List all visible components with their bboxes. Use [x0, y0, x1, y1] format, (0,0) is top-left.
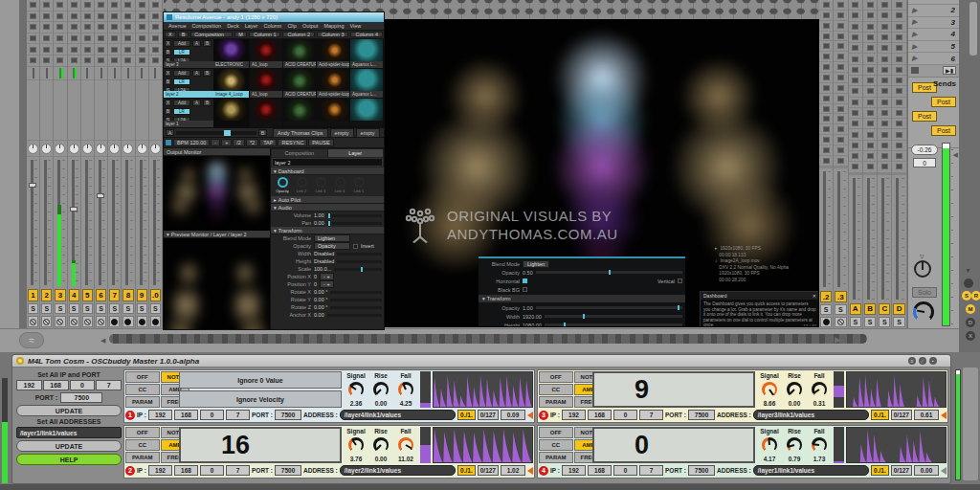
transform-subsection[interactable]: ▾ Transform [479, 295, 685, 302]
clip-stop-button[interactable] [40, 0, 53, 11]
clip-stop-button[interactable] [834, 83, 847, 94]
column-header[interactable]: Column 3 [317, 32, 349, 37]
mixer-section-toggle-m[interactable]: M [966, 304, 975, 314]
black-bg-checkbox[interactable] [523, 287, 527, 292]
clip-stop-button[interactable] [54, 33, 66, 45]
clip-stop-button[interactable] [27, 0, 39, 11]
clip-stop-button[interactable] [95, 0, 107, 11]
clip-cell[interactable]: ACID CREATURE... [283, 39, 317, 68]
layer-name[interactable]: layer 1 [164, 121, 213, 127]
clip-stop-button[interactable] [849, 22, 862, 33]
clip-stop-button[interactable] [863, 141, 877, 151]
clip-stop-button[interactable] [122, 22, 134, 33]
track-solo-button[interactable]: S [893, 317, 904, 327]
column-header[interactable]: Column 4 [350, 32, 383, 37]
signal-knob[interactable] [348, 437, 364, 453]
clip-stop-button[interactable] [892, 76, 905, 86]
channel-ip-octet[interactable]: 7 [639, 465, 663, 476]
track-solo-button[interactable]: S [150, 303, 161, 314]
rise-knob[interactable] [787, 382, 802, 397]
layer-x-button[interactable]: X [165, 40, 171, 47]
track-solo-button[interactable]: S [96, 303, 106, 314]
clip-stop-button[interactable] [863, 86, 877, 97]
clip-stop-button[interactable] [878, 33, 891, 43]
param-value[interactable]: 0 [314, 274, 317, 279]
layer-b-button[interactable]: B [203, 70, 212, 77]
track-activator-button[interactable]: 3 [55, 289, 65, 301]
clip-stop-button[interactable] [27, 33, 39, 45]
bpm-button-2[interactable]: *2 [246, 139, 258, 146]
clip-stop-button[interactable] [878, 141, 891, 151]
clip-stop-button[interactable] [834, 52, 847, 62]
vertical-checkbox[interactable] [678, 278, 682, 283]
menu-item-layer[interactable]: Layer [245, 23, 258, 29]
layer-name[interactable]: layer 3 [164, 61, 213, 68]
clip-stop-button[interactable] [108, 0, 121, 11]
track-pan-knob[interactable] [81, 141, 94, 156]
track-fader[interactable] [40, 156, 53, 288]
dashboard-knob[interactable]: Link 5 [351, 177, 367, 193]
track-fader[interactable] [878, 174, 891, 302]
track-arm-button[interactable] [55, 316, 65, 327]
clip-stop-button[interactable] [122, 0, 134, 11]
ip-octet-field[interactable]: 0 [70, 380, 96, 390]
clip-stop-button[interactable] [136, 33, 148, 45]
clip-stop-button[interactable] [136, 56, 148, 67]
layer-b-button[interactable]: B [203, 100, 212, 106]
global-port-field[interactable]: 7500 [60, 392, 102, 403]
clip-stop-button[interactable] [878, 76, 891, 86]
clip-cell[interactable] [350, 99, 384, 127]
bpm-button-[interactable]: + [221, 139, 232, 146]
help-button[interactable]: HELP [16, 454, 122, 465]
crossfader-a-button[interactable]: A [166, 129, 174, 136]
output-value-field[interactable]: 0.61 [914, 410, 939, 420]
clip-stop-button[interactable] [81, 33, 94, 45]
level-slider[interactable] [420, 427, 431, 463]
clip-stop-button[interactable] [122, 56, 134, 67]
layer-blend-menu[interactable]: Add [173, 70, 190, 77]
clip-stop-button[interactable] [81, 11, 94, 23]
device-unfold-icon[interactable]: ≡ [908, 357, 916, 365]
channel-ip-octet[interactable]: 192 [562, 465, 586, 476]
mode-button-cc[interactable]: CC [539, 384, 573, 395]
device-titlebar[interactable]: M4L Tom Cosm - OSCbuddy Master 1.0.0-alp… [12, 355, 950, 368]
clip-stop-button[interactable] [54, 56, 66, 67]
close-icon[interactable]: ✕ [813, 293, 816, 299]
track-arm-button[interactable] [41, 316, 52, 327]
blend-mode-menu[interactable]: Lighten [314, 234, 350, 242]
menu-item-view[interactable]: View [350, 23, 362, 29]
clip-cell[interactable]: Aquanox L... [350, 69, 384, 98]
channel-port-field[interactable]: 7500 [688, 465, 715, 476]
clip-stop-button[interactable] [819, 62, 833, 73]
track-solo-button[interactable]: S [69, 303, 79, 314]
clip-stop-button[interactable] [136, 0, 148, 11]
track-pan-knob[interactable] [54, 141, 66, 156]
preview-monitor-header[interactable]: ▾ Preview Monitor / Layer / layer 2 [164, 231, 270, 238]
clip-stop-button[interactable] [819, 52, 833, 62]
clip-cell[interactable]: Aquanox L... [350, 39, 384, 68]
clip-stop-button[interactable] [849, 43, 862, 54]
clip-stop-button[interactable] [834, 156, 847, 167]
master-volume-value[interactable]: -0.26 [911, 145, 938, 155]
mode-button-param[interactable]: PARAM [125, 452, 160, 463]
clip-stop-button[interactable] [863, 98, 877, 108]
clip-stop-button[interactable] [863, 162, 877, 172]
clip-stop-button[interactable] [27, 56, 39, 67]
ip-octet-field[interactable]: 192 [16, 380, 42, 390]
mode-button-off[interactable]: OFF [125, 371, 160, 383]
param-value[interactable]: 100.0... [314, 266, 331, 272]
layer-mix-menu[interactable]: LR [173, 108, 190, 115]
fall-knob[interactable] [812, 437, 827, 453]
param-value[interactable]: Disabled [314, 251, 334, 256]
vertical-scrollbar[interactable] [969, 2, 977, 56]
layer-mix-menu[interactable]: LR [173, 78, 190, 85]
track-activator-button[interactable]: B [864, 303, 876, 316]
channel-ip-octet[interactable]: 168 [174, 410, 198, 420]
clip-stop-button[interactable] [892, 86, 905, 97]
clip-stop-button[interactable] [81, 56, 94, 67]
clip-stop-button[interactable] [863, 0, 877, 11]
clip-stop-button[interactable] [878, 22, 891, 33]
layer-name-field[interactable]: layer 2 [272, 158, 383, 167]
clip-stop-button[interactable] [54, 22, 66, 33]
fall-knob[interactable] [398, 382, 413, 397]
